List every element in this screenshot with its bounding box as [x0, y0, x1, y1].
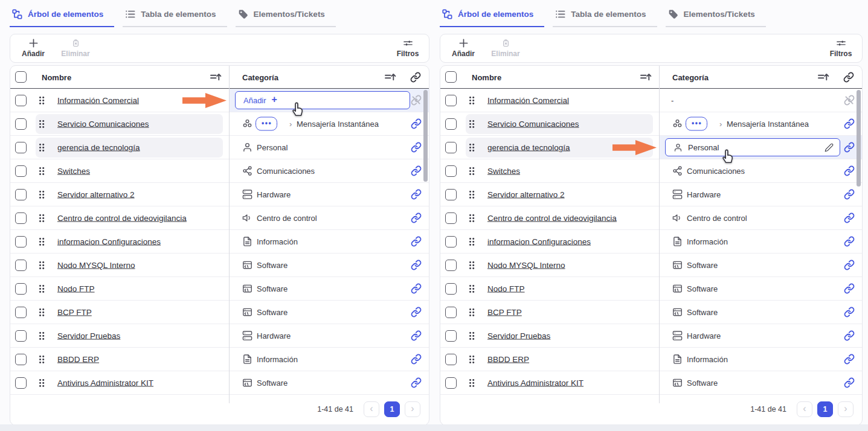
sort-icon[interactable] — [384, 72, 396, 82]
scrollbar-thumb[interactable] — [857, 90, 861, 187]
link-icon[interactable] — [411, 189, 422, 200]
row-checkbox[interactable] — [445, 95, 457, 106]
link-icon[interactable] — [411, 236, 422, 247]
tab-arbol-de-elementos[interactable]: Árbol de elementos — [10, 5, 114, 27]
link-icon[interactable] — [844, 142, 855, 153]
element-name-link[interactable]: Antivirus Administrator KIT — [57, 378, 153, 388]
drag-handle-icon[interactable] — [469, 285, 475, 293]
row-checkbox[interactable] — [15, 354, 27, 365]
element-name-link[interactable]: BCP FTP — [487, 308, 522, 317]
row-checkbox[interactable] — [445, 330, 457, 342]
tab-elementos-tickets[interactable]: Elementos/Tickets — [666, 5, 766, 27]
row-checkbox[interactable] — [15, 118, 27, 130]
element-name-link[interactable]: Nodo MYSQL Interno — [57, 261, 135, 270]
row-checkbox[interactable] — [445, 283, 457, 295]
category-edit-box[interactable]: Personal — [665, 138, 840, 156]
row-checkbox[interactable] — [15, 260, 27, 271]
link-icon[interactable] — [411, 118, 422, 129]
element-name-link[interactable]: Servidor Pruebas — [487, 331, 550, 340]
drag-handle-icon[interactable] — [39, 285, 45, 293]
row-checkbox[interactable] — [15, 212, 27, 224]
link-icon[interactable] — [844, 377, 855, 388]
link-icon[interactable] — [411, 142, 422, 153]
row-checkbox[interactable] — [445, 142, 457, 153]
next-page-button[interactable]: › — [405, 401, 420, 417]
add-button[interactable]: Añadir — [450, 34, 477, 62]
element-name-link[interactable]: Nodo FTP — [487, 284, 525, 293]
element-name-link[interactable]: Servidor alternativo 2 — [487, 190, 565, 199]
row-checkbox[interactable] — [15, 95, 27, 106]
row-checkbox[interactable] — [445, 236, 457, 247]
row-checkbox[interactable] — [445, 260, 457, 271]
link-icon[interactable] — [844, 212, 855, 223]
element-name-link[interactable]: Centro de control de videovigilancia — [487, 214, 617, 223]
row-checkbox[interactable] — [445, 212, 457, 224]
tab-arbol-de-elementos[interactable]: Árbol de elementos — [440, 5, 544, 27]
row-checkbox[interactable] — [445, 377, 457, 389]
element-name-link[interactable]: Centro de control de videovigilancia — [57, 214, 187, 223]
element-name-link[interactable]: Antivirus Administrator KIT — [487, 378, 583, 388]
element-name-link[interactable]: Nodo MYSQL Interno — [487, 261, 565, 270]
element-name-link[interactable]: Nodo FTP — [57, 284, 95, 293]
row-checkbox[interactable] — [15, 377, 27, 389]
row-checkbox[interactable] — [15, 165, 27, 177]
drag-handle-icon[interactable] — [469, 97, 475, 105]
element-name-link[interactable]: Información Comercial — [487, 96, 569, 105]
element-name-link[interactable]: Servidor Pruebas — [57, 331, 120, 340]
sort-icon[interactable] — [817, 72, 829, 82]
drag-handle-icon[interactable] — [469, 332, 475, 340]
link-icon[interactable] — [844, 236, 855, 247]
drag-handle-icon[interactable] — [39, 191, 45, 199]
drag-handle-icon[interactable] — [469, 144, 475, 152]
select-all-checkbox[interactable] — [15, 71, 27, 83]
select-all-checkbox[interactable] — [445, 71, 457, 83]
drag-handle-icon[interactable] — [39, 332, 45, 340]
element-name-link[interactable]: gerencia de tecnología — [57, 143, 140, 152]
link-icon[interactable] — [411, 283, 422, 294]
drag-handle-icon[interactable] — [469, 120, 475, 129]
link-icon[interactable] — [411, 260, 422, 270]
row-checkbox[interactable] — [445, 165, 457, 177]
element-name-link[interactable]: BBDD ERP — [57, 355, 99, 364]
link-icon[interactable] — [411, 377, 422, 388]
element-name-link[interactable]: Switches — [57, 167, 90, 176]
collapsed-path-pill[interactable]: ••• — [686, 117, 707, 131]
element-name-link[interactable]: gerencia de tecnología — [487, 143, 570, 152]
row-checkbox[interactable] — [15, 189, 27, 200]
drag-handle-icon[interactable] — [39, 261, 45, 270]
element-name-link[interactable]: informacion Configuraciones — [487, 237, 591, 246]
drag-handle-icon[interactable] — [39, 379, 45, 388]
link-icon[interactable] — [844, 118, 855, 129]
tab-elementos-tickets[interactable]: Elementos/Tickets — [236, 5, 336, 27]
drag-handle-icon[interactable] — [39, 144, 45, 152]
drag-handle-icon[interactable] — [39, 356, 45, 364]
link-icon[interactable] — [844, 307, 855, 318]
link-icon[interactable] — [844, 283, 855, 294]
link-icon[interactable] — [411, 330, 422, 341]
drag-handle-icon[interactable] — [39, 120, 45, 129]
filters-button[interactable]: Filtros — [827, 34, 855, 62]
scrollbar-thumb[interactable] — [423, 90, 428, 182]
element-name-link[interactable]: Servicio Comunicaciones — [57, 120, 149, 129]
drag-handle-icon[interactable] — [469, 214, 475, 223]
current-page-button[interactable]: 1 — [384, 401, 400, 417]
link-icon[interactable] — [411, 212, 422, 223]
filters-button[interactable]: Filtros — [394, 34, 422, 62]
element-name-link[interactable]: BCP FTP — [57, 308, 92, 317]
sort-icon[interactable] — [640, 72, 652, 82]
drag-handle-icon[interactable] — [469, 379, 475, 388]
drag-handle-icon[interactable] — [469, 356, 475, 364]
element-name-link[interactable]: Información Comercial — [57, 96, 139, 105]
drag-handle-icon[interactable] — [469, 238, 475, 246]
element-name-link[interactable]: BBDD ERP — [487, 355, 529, 364]
row-checkbox[interactable] — [15, 307, 27, 318]
element-name-link[interactable]: Switches — [487, 167, 520, 176]
link-icon[interactable] — [844, 189, 855, 200]
drag-handle-icon[interactable] — [469, 261, 475, 270]
row-checkbox[interactable] — [445, 354, 457, 365]
link-icon[interactable] — [411, 165, 422, 176]
prev-page-button[interactable]: ‹ — [364, 401, 379, 417]
tab-tabla-de-elementos[interactable]: Tabla de elementos — [553, 5, 657, 27]
next-page-button[interactable]: › — [838, 401, 854, 417]
delete-button[interactable]: Eliminar — [489, 34, 522, 62]
